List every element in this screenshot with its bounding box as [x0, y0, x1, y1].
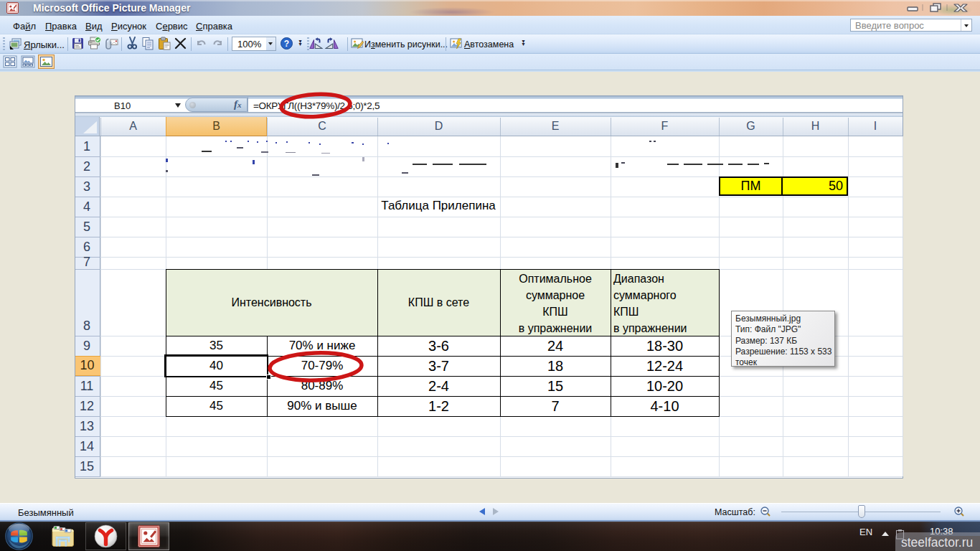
svg-text:?: ?	[284, 39, 289, 49]
